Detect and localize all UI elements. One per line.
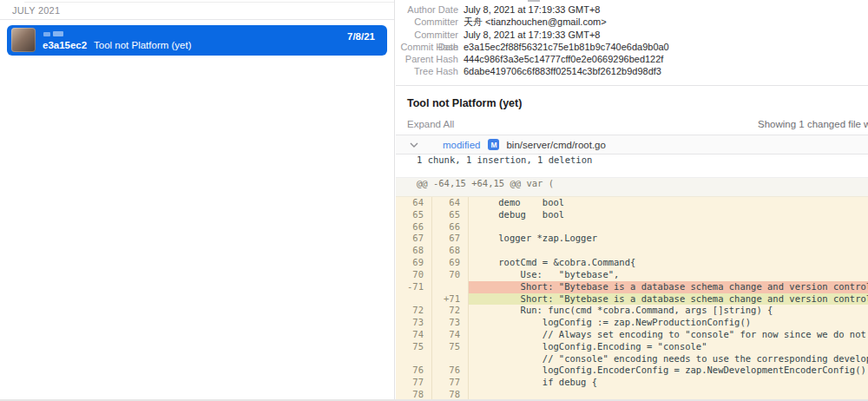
old-line-number: 77 — [396, 377, 432, 389]
file-path: bin/server/cmd/root.go — [506, 140, 605, 150]
diff-row: 6565 debug bool — [396, 209, 868, 221]
diff-row: 6868 — [396, 245, 868, 257]
diff-row: 7272 Run: func(cmd *cobra.Command, args … — [396, 305, 868, 317]
new-line-number: 68 — [432, 245, 469, 257]
new-line-number: 74 — [432, 329, 469, 341]
code-line: // "console" encoding needs to use the c… — [469, 353, 868, 365]
code-line: Short: "Bytebase is a database schema ch… — [469, 281, 868, 293]
author-avatar — [11, 28, 36, 52]
old-line-number — [396, 293, 432, 306]
new-line-number: 75 — [432, 341, 469, 353]
code-line: rootCmd = &cobra.Command{ — [469, 257, 868, 269]
old-line-number: 65 — [396, 209, 432, 221]
author-name-redacted — [53, 31, 63, 36]
diff-row: 7777 if debug { — [396, 377, 868, 389]
commit-message: Tool not Platform (yet) — [94, 40, 191, 50]
divider — [0, 19, 394, 20]
code-line: logConfig.EncoderConfig = zap.NewDevelop… — [469, 365, 868, 377]
new-line-number: 72 — [432, 305, 469, 317]
new-line-number: 77 — [432, 377, 469, 389]
chevron-down-icon[interactable] — [410, 142, 418, 148]
diff-row: +71 Short: "Bytebase is a database schem… — [396, 293, 868, 306]
divider — [24, 2, 394, 3]
diff-row: 7373 logConfig := zap.NewProductionConfi… — [396, 317, 868, 329]
meta-row: Committer Date July 8, 2021 at 17:19:33 … — [396, 29, 868, 41]
commit-list-item-selected[interactable]: e3a15ec2 Tool not Platform (yet) 7/8/21 — [7, 25, 387, 56]
code-line: // Always set encoding to "console" for … — [469, 329, 868, 341]
meta-label: Commit Hash — [396, 41, 458, 53]
meta-label: Parent Hash — [396, 53, 458, 65]
meta-row: Author Date July 8, 2021 at 17:19:33 GMT… — [396, 3, 868, 16]
meta-label: Committer — [396, 16, 458, 28]
diff-stats: 1 chunk, 1 insertion, 1 deletion — [396, 154, 868, 178]
old-line-number: 75 — [396, 341, 432, 353]
old-line-number: 74 — [396, 329, 432, 341]
meta-value: e3a15ec2f88f56321c75e1b81b9c740e6da9b0a0 — [464, 41, 669, 53]
git-client-window: JULY 2021 e3a15ec2 Tool not Platform (ye… — [0, 0, 868, 401]
changed-files-summary: Showing 1 changed file with 1 add — [758, 119, 868, 129]
new-line-number — [432, 281, 469, 293]
diff-row: 6666 — [396, 221, 868, 233]
meta-value: July 8, 2021 at 17:19:33 GMT+8 — [464, 29, 600, 41]
new-line-number — [432, 353, 469, 365]
diff-row: 7070 Use: "bytebase", — [396, 269, 868, 281]
old-line-number: 72 — [396, 305, 432, 317]
old-line-number: 67 — [396, 233, 432, 245]
expand-all-button[interactable]: Expand All — [407, 119, 454, 129]
code-line: Run: func(cmd *cobra.Command, args []str… — [469, 305, 868, 317]
modified-badge-icon: M — [488, 139, 499, 150]
meta-value: 天舟 <tianzhouchen@gmail.com> — [464, 16, 607, 28]
meta-row: Parent Hash 444c986f3a3e5c14777cff0e2e06… — [396, 53, 868, 65]
diff-row: 7474 // Always set encoding to "console"… — [396, 329, 868, 341]
cut-off-element — [528, 0, 540, 2]
divider — [396, 85, 868, 86]
commit-detail-panel: Author Date July 8, 2021 at 17:19:33 GMT… — [396, 0, 868, 401]
old-line-number: 66 — [396, 221, 432, 233]
meta-label: Author Date — [396, 3, 458, 16]
meta-row: Commit Hash e3a15ec2f88f56321c75e1b81b9c… — [396, 41, 868, 53]
commit-list-panel: JULY 2021 e3a15ec2 Tool not Platform (ye… — [0, 0, 395, 401]
diff-row: // "console" encoding needs to use the c… — [396, 353, 868, 365]
author-name-redacted — [43, 32, 50, 36]
file-status-label: modified — [443, 140, 480, 150]
code-line: logConfig.Encoding = "console" — [469, 341, 868, 353]
meta-row: Committer 天舟 <tianzhouchen@gmail.com> — [396, 16, 868, 28]
diff-row: -71 Short: "Bytebase is a database schem… — [396, 281, 868, 293]
new-line-number: 65 — [432, 209, 469, 221]
old-line-number: 73 — [396, 317, 432, 329]
meta-value: 444c986f3a3e5c14777cff0e2e0669296bed122f — [464, 53, 663, 65]
old-line-number: 70 — [396, 269, 432, 281]
code-line: Short: "Bytebase is a database schema ch… — [469, 293, 868, 306]
new-line-number: 66 — [432, 221, 469, 233]
old-line-number: 69 — [396, 257, 432, 269]
meta-row: Tree Hash 6dabe419706c6f883ff02514c3bf26… — [396, 65, 868, 77]
meta-value: 6dabe419706c6f883ff02514c3bf2612b9d98df3 — [464, 65, 661, 77]
commit-title: Tool not Platform (yet) — [407, 97, 522, 109]
hunk-header: @@ -64,15 +64,15 @@ var ( — [396, 178, 868, 197]
meta-value: July 8, 2021 at 17:19:33 GMT+8 — [464, 3, 600, 16]
meta-label: Committer Date — [396, 29, 458, 41]
old-line-number: 68 — [396, 245, 432, 257]
diff-row: 6969 rootCmd = &cobra.Command{ — [396, 257, 868, 269]
meta-label: Tree Hash — [396, 65, 458, 77]
code-line: if debug { — [469, 377, 868, 389]
diff-row: 6464 demo bool — [396, 197, 868, 209]
diff-rows: 6464 demo bool6565 debug bool66666767 lo… — [396, 197, 868, 401]
code-line — [469, 221, 868, 233]
new-line-number: 64 — [432, 197, 469, 209]
old-line-number — [396, 353, 432, 365]
old-line-number: 76 — [396, 365, 432, 377]
new-line-number: +71 — [432, 293, 469, 306]
new-line-number: 73 — [432, 317, 469, 329]
old-line-number: -71 — [396, 281, 432, 293]
code-line — [469, 245, 868, 257]
diff-row: 7676 logConfig.EncoderConfig = zap.NewDe… — [396, 365, 868, 377]
commit-date: 7/8/21 — [347, 31, 375, 42]
diff-row: 7575 logConfig.Encoding = "console" — [396, 341, 868, 353]
commit-short-hash: e3a15ec2 — [43, 40, 87, 50]
commit-metadata: Author Date July 8, 2021 at 17:19:33 GMT… — [396, 3, 868, 78]
old-line-number: 64 — [396, 197, 432, 209]
changed-file-row[interactable]: modified M bin/server/cmd/root.go — [396, 135, 868, 154]
new-line-number: 70 — [432, 269, 469, 281]
code-line: debug bool — [469, 209, 868, 221]
